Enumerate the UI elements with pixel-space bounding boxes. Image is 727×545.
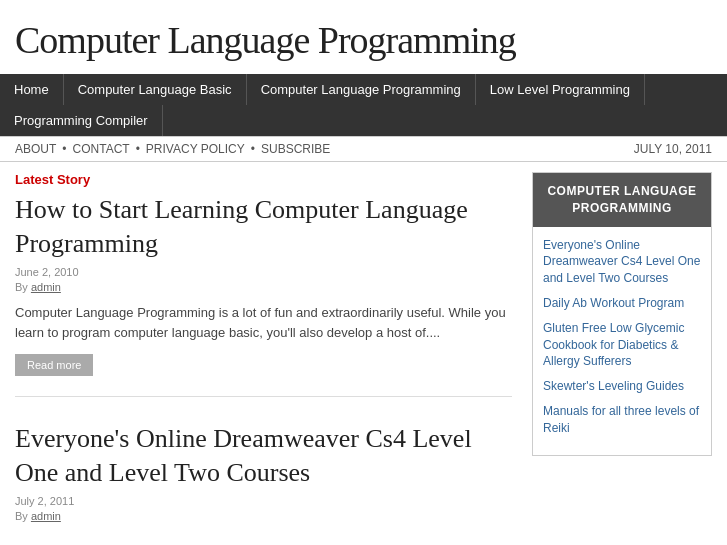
post-date: July 2, 2011 bbox=[15, 495, 512, 507]
post-author: By admin bbox=[15, 510, 512, 522]
sub-nav-date: JULY 10, 2011 bbox=[634, 142, 712, 156]
content-wrap: Latest Story How to Start Learning Compu… bbox=[0, 162, 727, 545]
sidebar-link[interactable]: Gluten Free Low Glycemic Cookbook for Di… bbox=[543, 320, 701, 370]
post-title[interactable]: How to Start Learning Computer Language … bbox=[15, 193, 512, 261]
sidebar: COMPUTER LANGUAGE PROGRAMMING Everyone's… bbox=[532, 172, 712, 545]
nav-item[interactable]: Computer Language Programming bbox=[247, 74, 476, 105]
sub-nav-separator: • bbox=[136, 142, 140, 156]
sub-nav-separator: • bbox=[251, 142, 255, 156]
post: Everyone's Online Dreamweaver Cs4 Level … bbox=[15, 422, 512, 545]
sub-nav-left: ABOUT • CONTACT • PRIVACY POLICY • SUBSC… bbox=[15, 142, 330, 156]
main-content: Latest Story How to Start Learning Compu… bbox=[15, 172, 532, 545]
latest-story-label: Latest Story bbox=[15, 172, 512, 187]
site-title[interactable]: Computer Language Programming bbox=[15, 18, 712, 62]
sub-nav-item[interactable]: PRIVACY POLICY bbox=[146, 142, 245, 156]
sidebar-box: COMPUTER LANGUAGE PROGRAMMING Everyone's… bbox=[532, 172, 712, 456]
sub-nav: ABOUT • CONTACT • PRIVACY POLICY • SUBSC… bbox=[0, 136, 727, 162]
site-header: Computer Language Programming bbox=[0, 0, 727, 74]
post: How to Start Learning Computer Language … bbox=[15, 193, 512, 397]
sub-nav-separator: • bbox=[62, 142, 66, 156]
sidebar-links: Everyone's Online Dreamweaver Cs4 Level … bbox=[533, 227, 711, 455]
post-date: June 2, 2010 bbox=[15, 266, 512, 278]
sidebar-link[interactable]: Skewter's Leveling Guides bbox=[543, 378, 701, 395]
sidebar-link[interactable]: Everyone's Online Dreamweaver Cs4 Level … bbox=[543, 237, 701, 287]
post-excerpt: Computer Language Programming is a lot o… bbox=[15, 303, 512, 345]
sub-nav-item[interactable]: SUBSCRIBE bbox=[261, 142, 330, 156]
nav-item[interactable]: Computer Language Basic bbox=[64, 74, 247, 105]
post-title[interactable]: Everyone's Online Dreamweaver Cs4 Level … bbox=[15, 422, 512, 490]
main-nav: HomeComputer Language BasicComputer Lang… bbox=[0, 74, 727, 136]
sidebar-link[interactable]: Daily Ab Workout Program bbox=[543, 295, 701, 312]
nav-item[interactable]: Home bbox=[0, 74, 64, 105]
sidebar-title: COMPUTER LANGUAGE PROGRAMMING bbox=[533, 173, 711, 227]
post-author: By admin bbox=[15, 281, 512, 293]
sidebar-link[interactable]: Manuals for all three levels of Reiki bbox=[543, 403, 701, 437]
read-more-button[interactable]: Read more bbox=[15, 354, 93, 376]
sub-nav-item[interactable]: ABOUT bbox=[15, 142, 56, 156]
nav-item[interactable]: Low Level Programming bbox=[476, 74, 645, 105]
nav-item[interactable]: Programming Compiler bbox=[0, 105, 163, 136]
sub-nav-item[interactable]: CONTACT bbox=[73, 142, 130, 156]
